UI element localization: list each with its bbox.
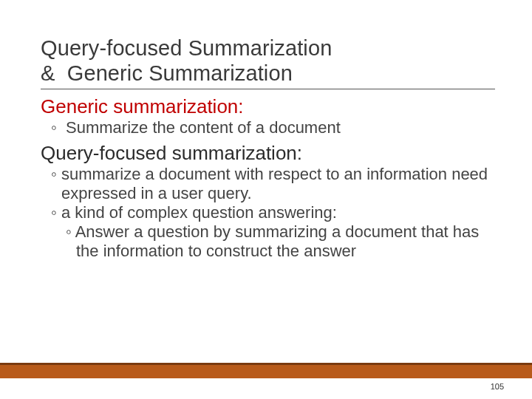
page-number: 105 (491, 382, 504, 391)
slide-content: Query-focused Summarization & Generic Su… (0, 0, 532, 261)
section-heading-query: Query-focused summarization: (41, 142, 495, 165)
section-heading-generic: Generic summarization: (41, 95, 495, 118)
bullet-query-sub-1: ◦ Answer a question by summarizing a doc… (41, 222, 495, 261)
slide-title: Query-focused Summarization & Generic Su… (41, 35, 495, 89)
title-line-2: & Generic Summarization (41, 61, 293, 85)
bullet-query-2: ◦ a kind of complex question answering: (41, 203, 495, 222)
bullet-generic-1: ◦ Summarize the content of a document (41, 118, 495, 137)
footer-accent-bar (0, 363, 532, 378)
bullet-query-1: ◦ summarize a document with respect to a… (41, 165, 495, 203)
title-line-1: Query-focused Summarization (41, 36, 332, 60)
